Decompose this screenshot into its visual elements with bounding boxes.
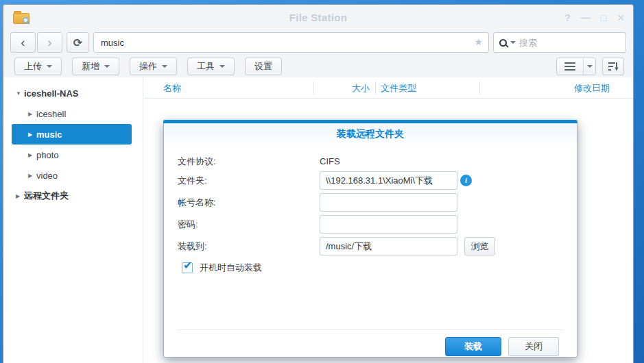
- chevron-right-icon[interactable]: ▶: [28, 132, 36, 138]
- action-toolbar: 上传 新增 操作 工具 设置: [3, 57, 633, 76]
- tools-button[interactable]: 工具: [187, 58, 235, 75]
- sort-descending-icon: [608, 62, 619, 71]
- chevron-down-icon: [104, 65, 110, 68]
- search-options-caret-icon[interactable]: [510, 41, 516, 44]
- create-button[interactable]: 新增: [72, 58, 119, 75]
- account-field[interactable]: [320, 193, 457, 212]
- settings-button[interactable]: 设置: [245, 58, 282, 75]
- info-icon[interactable]: i: [460, 175, 472, 186]
- column-divider[interactable]: [375, 81, 376, 95]
- browse-button[interactable]: 浏览: [464, 237, 495, 255]
- protocol-label: 文件协议:: [178, 152, 216, 171]
- navigation-bar: ‹ › ⟳ ★: [3, 32, 633, 55]
- window-controls: ? — □ ✕: [564, 5, 625, 31]
- help-icon[interactable]: ?: [564, 12, 571, 23]
- list-view-button[interactable]: [557, 58, 583, 75]
- chevron-down-icon: [587, 65, 593, 68]
- titlebar: File Station ? — □ ✕: [3, 5, 633, 31]
- path-input[interactable]: [93, 32, 489, 53]
- sidebar-item-remote-folders[interactable]: ▶ 远程文件夹: [3, 186, 143, 206]
- upload-button[interactable]: 上传: [14, 58, 62, 75]
- chevron-right-icon[interactable]: ▶: [28, 111, 36, 117]
- favorite-star-icon[interactable]: ★: [474, 36, 483, 47]
- chevron-down-icon: [219, 65, 225, 68]
- maximize-icon[interactable]: □: [601, 12, 606, 23]
- chevron-down-icon: [47, 65, 52, 68]
- column-header-name[interactable]: 名称: [163, 77, 181, 99]
- settings-button-label: 设置: [254, 60, 272, 73]
- action-button-label: 操作: [139, 60, 157, 73]
- sidebar-item-label: iceshell: [36, 109, 66, 119]
- sidebar-item-label: 远程文件夹: [24, 190, 69, 202]
- column-header-type[interactable]: 文件类型: [381, 77, 416, 99]
- chevron-down-icon: [162, 65, 167, 68]
- close-button[interactable]: 关闭: [508, 337, 559, 356]
- sidebar-item-music[interactable]: ▶ music: [12, 124, 132, 145]
- mount-to-label: 装载到:: [178, 237, 207, 255]
- checkmark-icon: ✔: [183, 259, 192, 272]
- column-header-modified[interactable]: 修改日期: [574, 77, 610, 99]
- dialog-title: 装载远程文件夹: [164, 123, 577, 144]
- sidebar-item-photo[interactable]: ▶ photo: [3, 145, 143, 165]
- password-field[interactable]: [320, 215, 457, 234]
- sidebar-item-video[interactable]: ▶ video: [3, 165, 143, 186]
- file-list-header: 名称 大小 文件类型 修改日期: [144, 77, 633, 99]
- tools-button-label: 工具: [197, 60, 215, 73]
- mount-button[interactable]: 装载: [445, 337, 501, 356]
- action-button[interactable]: 操作: [130, 58, 177, 75]
- create-button-label: 新增: [82, 60, 99, 73]
- search-input[interactable]: [519, 38, 620, 48]
- sidebar-item-label: iceshell-NAS: [24, 88, 78, 99]
- close-icon[interactable]: ✕: [617, 12, 625, 23]
- chevron-right-icon[interactable]: ▶: [28, 173, 36, 179]
- sidebar-item-iceshell[interactable]: ▶ iceshell: [3, 103, 143, 124]
- upload-button-label: 上传: [24, 60, 42, 73]
- view-mode-split-button: [556, 58, 596, 75]
- column-header-size[interactable]: 大小: [313, 77, 370, 99]
- back-button[interactable]: ‹: [10, 32, 36, 53]
- sort-button[interactable]: [602, 58, 624, 75]
- sidebar-item-label: video: [36, 171, 58, 181]
- search-box[interactable]: [493, 32, 626, 53]
- path-bar: ★: [93, 32, 489, 53]
- folder-field[interactable]: [320, 171, 457, 190]
- protocol-value: CIFS: [320, 152, 340, 171]
- sidebar-item-label: photo: [36, 150, 59, 160]
- mount-remote-folder-dialog: 装载远程文件夹 文件协议: CIFS 文件夹: i 帐号名称: 密码: 装载到:…: [163, 120, 577, 358]
- view-controls: [556, 58, 624, 75]
- minimize-icon[interactable]: —: [581, 12, 591, 23]
- column-divider[interactable]: [479, 81, 480, 95]
- footer-divider: [178, 329, 563, 330]
- chevron-right-icon[interactable]: ▶: [16, 193, 24, 199]
- chevron-right-icon[interactable]: ▶: [28, 152, 36, 158]
- password-label: 密码:: [178, 215, 198, 234]
- sidebar-item-label: music: [36, 129, 62, 140]
- auto-mount-checkbox[interactable]: ✔: [182, 262, 193, 273]
- auto-mount-label[interactable]: 开机时自动装载: [200, 262, 262, 273]
- mount-to-field[interactable]: [320, 237, 457, 255]
- sidebar-folder-tree: ▼ iceshell-NAS ▶ iceshell ▶ music ▶ phot…: [3, 77, 143, 363]
- window-title: File Station: [3, 5, 633, 31]
- view-mode-caret-button[interactable]: [583, 58, 595, 75]
- refresh-button[interactable]: ⟳: [67, 32, 89, 53]
- forward-button[interactable]: ›: [37, 32, 62, 53]
- search-icon: [499, 39, 507, 47]
- chevron-down-icon[interactable]: ▼: [16, 90, 24, 97]
- folder-label: 文件夹:: [178, 171, 207, 190]
- list-view-icon: [564, 66, 575, 67]
- account-label: 帐号名称:: [178, 193, 216, 212]
- sidebar-item-iceshell-nas[interactable]: ▼ iceshell-NAS: [3, 83, 143, 103]
